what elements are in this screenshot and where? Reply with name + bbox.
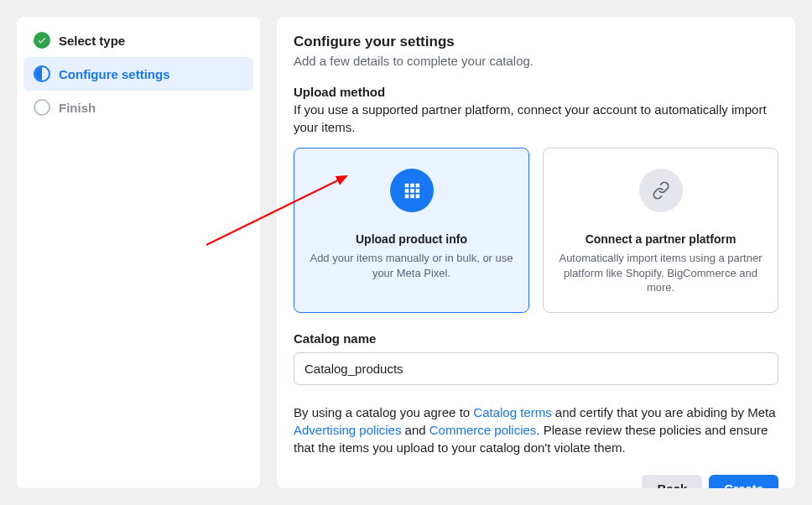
check-circle-icon	[34, 32, 50, 49]
card-title: Upload product info	[356, 232, 467, 246]
catalog-terms-link[interactable]: Catalog terms	[473, 405, 551, 419]
sidebar: Select type Configure settings Finish	[17, 17, 260, 488]
card-desc: Add your items manually or in bulk, or u…	[310, 251, 513, 280]
page-subtitle: Add a few details to complete your catal…	[294, 54, 778, 68]
card-title: Connect a partner platform	[586, 232, 737, 246]
step-configure-settings[interactable]: Configure settings	[23, 57, 253, 91]
grid-icon	[390, 169, 434, 212]
back-button[interactable]: Back	[642, 475, 702, 488]
create-button[interactable]: Create	[709, 475, 778, 488]
svg-rect-0	[404, 184, 409, 188]
svg-rect-3	[404, 189, 409, 193]
advertising-policies-link[interactable]: Advertising policies	[294, 423, 401, 437]
link-icon	[639, 169, 683, 212]
step-finish[interactable]: Finish	[23, 91, 253, 124]
svg-rect-4	[410, 189, 414, 193]
upload-method-desc: If you use a supported partner platform,…	[294, 101, 778, 136]
upload-method-title: Upload method	[294, 85, 778, 99]
catalog-name-input[interactable]	[294, 352, 778, 385]
card-upload-product-info[interactable]: Upload product info Add your items manua…	[294, 148, 529, 313]
button-row: Back Create	[294, 475, 778, 488]
catalog-name-label: Catalog name	[294, 331, 778, 346]
card-connect-partner[interactable]: Connect a partner platform Automatically…	[543, 148, 778, 313]
svg-rect-2	[415, 184, 419, 188]
step-select-type[interactable]: Select type	[23, 23, 253, 57]
step-label: Finish	[59, 101, 96, 115]
step-label: Select type	[59, 34, 125, 48]
commerce-policies-link[interactable]: Commerce policies	[429, 423, 537, 437]
half-circle-icon	[34, 65, 50, 82]
page-title: Configure your settings	[294, 34, 778, 50]
agreement-text: By using a catalog you agree to Catalog …	[294, 403, 778, 456]
svg-rect-8	[415, 195, 419, 199]
empty-circle-icon	[34, 99, 50, 116]
svg-rect-6	[404, 195, 409, 199]
card-desc: Automatically import items using a partn…	[559, 251, 763, 295]
svg-rect-7	[410, 195, 414, 199]
svg-rect-5	[415, 189, 419, 193]
upload-method-cards: Upload product info Add your items manua…	[294, 148, 778, 313]
main-panel: Configure your settings Add a few detail…	[277, 17, 795, 488]
svg-rect-1	[410, 184, 414, 188]
step-label: Configure settings	[59, 67, 170, 81]
